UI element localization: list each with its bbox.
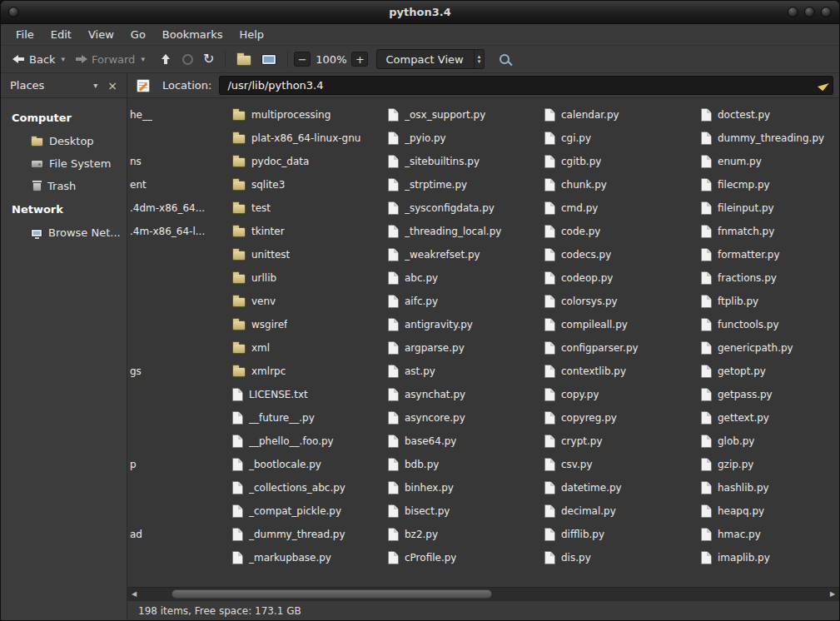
file-item[interactable]: tkinter	[230, 220, 385, 243]
file-item[interactable]: code.py	[542, 220, 698, 243]
file-item[interactable]: unittest	[230, 243, 385, 266]
file-item[interactable]: chunk.py	[542, 173, 698, 196]
up-button[interactable]	[155, 51, 177, 67]
back-history-caret-icon[interactable]: ▾	[62, 55, 66, 63]
sidebar-item-trash[interactable]: Trash	[1, 175, 127, 197]
file-item[interactable]: fileinput.py	[698, 196, 839, 220]
search-button[interactable]	[495, 51, 514, 67]
file-item[interactable]: genericpath.py	[698, 336, 839, 360]
desktop-button[interactable]	[256, 51, 281, 68]
file-item[interactable]: configparser.py	[542, 336, 698, 360]
file-item[interactable]: _sysconfigdata.py	[385, 196, 542, 220]
file-item[interactable]: ast.py	[385, 360, 542, 383]
file-item[interactable]: contextlib.py	[542, 360, 698, 383]
file-item[interactable]: formatter.py	[698, 243, 839, 266]
file-item[interactable]: asyncore.py	[385, 406, 542, 430]
file-item[interactable]: LICENSE.txt	[230, 383, 385, 406]
file-item[interactable]: fractions.py	[698, 266, 839, 290]
zoom-out-button[interactable]: −	[294, 52, 311, 67]
menu-bookmarks[interactable]: Bookmarks	[154, 26, 231, 43]
horizontal-scrollbar[interactable]: ◀ ▶	[127, 587, 839, 600]
file-item[interactable]: test	[230, 196, 385, 220]
sidebar-item-desktop[interactable]: Desktop	[1, 130, 127, 152]
file-item[interactable]: ftplib.py	[698, 290, 839, 313]
file-item[interactable]: difflib.py	[542, 523, 698, 546]
places-selector-caret-icon[interactable]: ▾	[93, 81, 97, 90]
reload-button[interactable]: ↻	[198, 49, 219, 69]
file-list[interactable]: he__nsent.4dm-x86_64....4m-x86_64-l...gs…	[127, 98, 839, 587]
file-item[interactable]: copy.py	[542, 383, 698, 406]
file-item[interactable]: filecmp.py	[698, 173, 839, 196]
file-item[interactable]: _collections_abc.py	[230, 476, 385, 499]
file-item[interactable]: getopt.py	[698, 360, 839, 383]
back-button[interactable]: Back ▾	[7, 50, 70, 69]
file-item[interactable]: .4m-x86_64-l...	[127, 220, 230, 243]
file-item[interactable]: _pyio.py	[385, 127, 542, 150]
file-item[interactable]: ent	[127, 173, 230, 196]
file-item[interactable]: _threading_local.py	[385, 220, 542, 243]
file-item[interactable]: argparse.py	[385, 336, 542, 360]
sidebar-item-browse-network[interactable]: Browse Net...	[1, 221, 127, 244]
file-item[interactable]: hashlib.py	[698, 476, 839, 499]
file-item[interactable]: .4dm-x86_64...	[127, 196, 230, 220]
file-item[interactable]: urllib	[230, 266, 385, 290]
file-item[interactable]: _sitebuiltins.py	[385, 150, 542, 173]
close-button[interactable]	[821, 7, 832, 17]
file-item[interactable]: ad	[127, 523, 230, 546]
file-item[interactable]: cgitb.py	[542, 150, 698, 173]
file-item[interactable]: hmac.py	[698, 523, 839, 546]
file-item[interactable]: gzip.py	[698, 453, 839, 476]
minimize-button[interactable]	[788, 7, 798, 17]
edit-path-button[interactable]	[132, 76, 154, 96]
file-item[interactable]: codeop.py	[542, 266, 698, 290]
file-item[interactable]: plat-x86_64-linux-gnu	[230, 127, 385, 150]
file-item[interactable]: __future__.py	[230, 406, 385, 430]
file-item[interactable]: bisect.py	[385, 499, 542, 523]
forward-history-caret-icon[interactable]: ▾	[141, 55, 145, 63]
file-item[interactable]: __phello__.foo.py	[230, 430, 385, 453]
file-item[interactable]: xml	[230, 336, 385, 360]
file-item[interactable]: ns	[127, 150, 230, 173]
file-item[interactable]: _dummy_thread.py	[230, 523, 385, 546]
scrollbar-track[interactable]	[141, 588, 826, 600]
stop-button[interactable]	[177, 51, 198, 68]
file-item[interactable]: doctest.py	[698, 103, 839, 127]
file-item[interactable]: _compat_pickle.py	[230, 499, 385, 523]
file-item[interactable]: heapq.py	[698, 499, 839, 523]
file-item[interactable]: imaplib.py	[698, 546, 839, 569]
file-item[interactable]: gs	[127, 360, 230, 383]
file-item[interactable]: codecs.py	[542, 243, 698, 266]
file-item[interactable]: xmlrpc	[230, 360, 385, 383]
view-mode-spinner[interactable]: ▴▾	[474, 50, 485, 68]
file-item[interactable]: base64.py	[385, 430, 542, 453]
menu-help[interactable]: Help	[231, 26, 272, 43]
menu-file[interactable]: File	[7, 26, 42, 43]
file-item[interactable]: _osx_support.py	[385, 103, 542, 127]
file-item[interactable]: dummy_threading.py	[698, 127, 839, 150]
file-item[interactable]: _strptime.py	[385, 173, 542, 196]
menu-view[interactable]: View	[80, 26, 122, 43]
file-item[interactable]: venv	[230, 290, 385, 313]
places-close-icon[interactable]: ×	[107, 80, 117, 92]
file-item[interactable]: asynchat.py	[385, 383, 542, 406]
view-mode-select[interactable]: Compact View ▴▾	[376, 49, 485, 69]
file-item[interactable]: he__	[127, 103, 230, 127]
file-item[interactable]: antigravity.py	[385, 313, 542, 336]
file-item[interactable]: getpass.py	[698, 383, 839, 406]
file-item[interactable]: colorsys.py	[542, 290, 698, 313]
file-item[interactable]: functools.py	[698, 313, 839, 336]
location-input[interactable]	[219, 76, 833, 95]
file-item[interactable]: copyreg.py	[542, 406, 698, 430]
maximize-button[interactable]	[804, 7, 815, 17]
file-item[interactable]: gettext.py	[698, 406, 839, 430]
file-item[interactable]: sqlite3	[230, 173, 385, 196]
sidebar-item-file-system[interactable]: File System	[1, 152, 127, 175]
file-item[interactable]: _markupbase.py	[230, 546, 385, 569]
home-button[interactable]	[231, 49, 256, 69]
file-item[interactable]: _bootlocale.py	[230, 453, 385, 476]
file-item[interactable]: cgi.py	[542, 127, 698, 150]
file-item[interactable]: decimal.py	[542, 499, 698, 523]
file-item[interactable]: cProfile.py	[385, 546, 542, 569]
menu-go[interactable]: Go	[122, 26, 154, 43]
scrollbar-thumb[interactable]	[171, 589, 492, 599]
